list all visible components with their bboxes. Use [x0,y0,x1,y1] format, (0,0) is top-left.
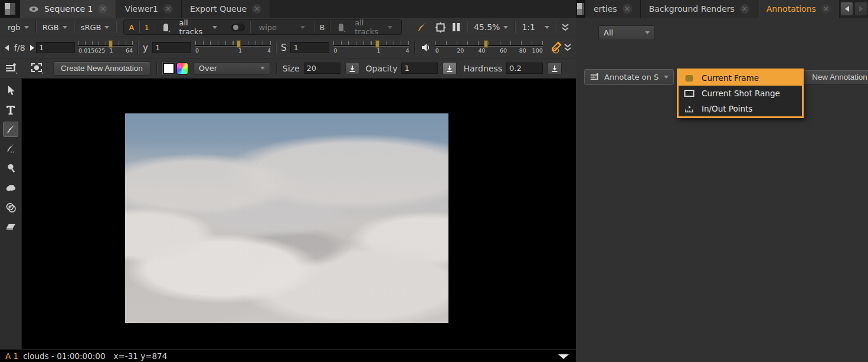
colorspace-value: sRGB [81,23,101,32]
blend-mode-dropdown[interactable]: Over [194,62,270,75]
input-b-button[interactable]: B [319,23,325,32]
tab-label: Annotations [767,4,816,14]
close-icon[interactable]: ✕ [163,4,173,14]
wipe-dropdown[interactable]: wipe [255,23,310,32]
color-wheel-swatch[interactable] [176,63,188,74]
volume-slider[interactable]: 0 20 40 60 80 100 [435,40,543,56]
tab-properties[interactable]: erties ✕ [585,0,641,18]
status-dropdown-icon[interactable] [558,354,569,359]
double-chevron-down-icon [561,23,569,32]
mute-button[interactable] [420,40,432,56]
pane-layout-button[interactable] [576,0,585,18]
text-icon [5,105,16,115]
hardness-preset-button[interactable] [548,62,562,75]
tab-viewer1[interactable]: Viewer1 ✕ [116,0,182,18]
zoom-level-dropdown[interactable]: 45.5% [470,22,512,32]
tracks-b-dropdown[interactable]: all tracks [351,18,397,36]
collapse-toolbar-button[interactable] [559,19,572,35]
input-a-number[interactable]: 1 [144,23,149,32]
download-arrow-icon [551,65,558,72]
saturation-input[interactable] [290,42,329,53]
tab-background-renders[interactable]: Background Renders ✕ [641,0,758,18]
viewer-canvas[interactable] [22,79,576,349]
tick-label: 4 [267,47,271,54]
fstop-label: f/8 [14,43,25,53]
chevron-down-icon [104,26,109,29]
marker-tool-button[interactable] [3,141,18,156]
annotation-filter-dropdown[interactable]: All [598,25,655,40]
size-preset-button[interactable] [345,62,359,75]
annotate-on-value: Annotate on S [604,73,660,81]
chevron-down-icon [24,26,29,29]
double-chevron-down-icon [564,43,572,52]
collapse-row-button[interactable] [562,40,574,56]
tab-annotations[interactable]: Annotations ✕ [758,0,840,18]
colorspace-dropdown[interactable]: sRGB [77,23,114,32]
menu-item-current-frame[interactable]: Current Frame [679,70,802,86]
zoom-level-value: 45.5% [474,22,500,32]
annotation-brush-button[interactable] [415,19,428,35]
clone-tool-button[interactable] [3,200,18,215]
tick-label: 20 [457,47,464,54]
tag-icon[interactable] [335,19,348,35]
gain-slider[interactable]: 0.015625 1 64 [78,40,133,56]
eraser-tool-button[interactable] [3,219,18,234]
tracks-a-value: all tracks [179,18,208,36]
pause-button[interactable] [450,19,463,35]
gain-input[interactable] [36,42,75,53]
opacity-input[interactable] [401,63,438,74]
display-dropdown[interactable]: RGB [38,23,71,32]
wipe-toggle[interactable] [231,24,245,31]
tag-icon[interactable] [159,19,173,35]
brush-color-swatch[interactable] [163,63,175,74]
input-a-button[interactable]: A [129,23,134,32]
tick-label: 4 [405,47,409,54]
close-icon[interactable]: ✕ [252,4,261,14]
zoom-tool-button[interactable] [3,161,18,176]
sample-color-button[interactable] [549,40,562,56]
annotation-settings-button[interactable] [4,61,19,76]
arrow-right-icon [859,6,863,12]
close-icon[interactable]: ✕ [740,4,749,14]
opacity-label: Opacity [366,64,398,73]
channel-dropdown[interactable]: rgb [4,23,33,32]
tab-export-queue[interactable]: Export Queue ✕ [182,0,270,18]
size-input[interactable] [304,63,340,74]
size-label: Size [283,64,300,73]
annotation-toolbar: Create New Annotation Over Size Opacity … [0,58,576,79]
prev-stop-button[interactable] [2,40,11,56]
close-icon[interactable]: ✕ [98,4,107,14]
menu-item-in-out-points[interactable]: In/Out Points [679,101,802,116]
annotate-on-dropdown[interactable]: Annotate on S [584,69,674,85]
gamma-slider[interactable]: 0 1 4 [195,40,271,56]
scroll-tabs-right-button[interactable] [854,2,867,16]
hardness-input[interactable] [506,63,543,74]
status-coordinates: x=-31 y=874 [114,351,168,361]
menu-item-current-shot-range[interactable]: Current Shot Range [679,86,802,101]
brush-tool-button[interactable] [3,122,18,137]
opacity-preset-button[interactable] [443,62,457,75]
close-icon[interactable]: ✕ [623,4,632,14]
tab-sequence-1[interactable]: Sequence 1 ✕ [20,0,116,18]
brush-icon [416,21,428,33]
select-tool-button[interactable] [3,83,18,98]
gamma-input[interactable] [152,42,191,53]
next-stop-button[interactable] [29,40,36,56]
smudge-tool-button[interactable] [3,180,18,195]
annotation-settings-icon [589,73,600,82]
pane-layout-button[interactable] [0,0,20,18]
tick-label: 64 [126,47,133,54]
text-tool-button[interactable] [3,102,18,118]
chevron-down-icon [503,26,508,29]
chevron-down-icon [664,76,669,79]
saturation-slider[interactable]: 0 1 4 [333,40,409,56]
proxy-dropdown[interactable]: 1:1 [517,22,553,32]
proxy-value: 1:1 [522,22,535,32]
close-icon[interactable]: ✕ [821,4,831,14]
scroll-tabs-left-button[interactable] [840,2,853,16]
create-new-annotation-button[interactable]: Create New Annotation [53,61,150,76]
annotation-frame-button[interactable] [30,61,45,76]
chevron-down-icon [545,26,549,29]
tracks-a-dropdown[interactable]: all tracks [175,18,221,36]
guides-overlay-button[interactable] [434,19,447,35]
